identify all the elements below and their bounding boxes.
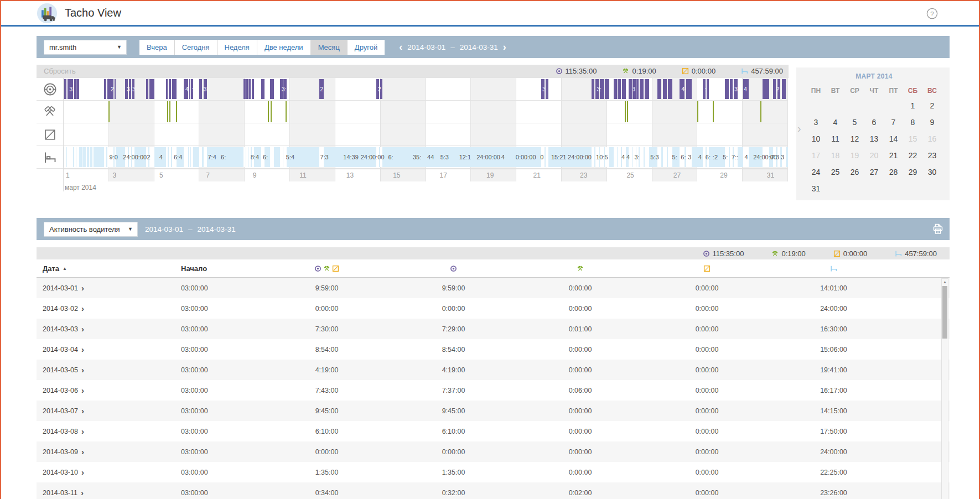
stat-availability-value: 0:00:00 [692, 67, 715, 75]
scroll-up-icon[interactable]: ▲ [942, 279, 948, 285]
table-row[interactable]: 2014-03-11›03:00:000:34:000:32:000:02:00… [37, 482, 950, 499]
scrollbar-thumb[interactable] [942, 286, 947, 339]
rest-timeline-row[interactable]: 9:024:00:00246:47:46:8:46:5:47:314:3924:… [64, 146, 788, 169]
calendar-day[interactable]: 3 [806, 114, 826, 131]
rest-gap [92, 147, 94, 167]
driver-select[interactable]: mr.smith ▼ [44, 40, 127, 55]
calendar-day[interactable]: 2 [922, 97, 942, 114]
column-header-date[interactable]: Дата ▲ [37, 264, 174, 273]
column-header-start[interactable]: Начало [174, 264, 263, 273]
rest-duration-label: 5: [723, 154, 728, 160]
calendar-day[interactable]: 9 [922, 114, 942, 131]
calendar-day[interactable]: 25 [826, 164, 845, 180]
calendar-day[interactable]: 6 [864, 114, 884, 131]
table-row[interactable]: 2014-03-08›03:00:006:10:006:10:000:00:00… [37, 421, 950, 441]
period-button-5[interactable]: Другой [348, 40, 385, 55]
expand-row-icon[interactable]: › [81, 488, 84, 497]
column-header-driving-icon[interactable] [390, 265, 517, 272]
calendar-day[interactable]: 31 [806, 180, 826, 197]
calendar-day[interactable]: 24 [806, 164, 826, 180]
driver-select-value: mr.smith [49, 43, 76, 51]
expand-row-icon[interactable]: › [81, 345, 84, 354]
calendar-day[interactable]: 16 [922, 131, 942, 147]
column-header-rest-icon[interactable] [770, 265, 897, 272]
driving-timeline-row[interactable]: 32334:33:2233:34:342 [64, 78, 788, 101]
calendar-day[interactable]: 18 [826, 147, 845, 164]
work-line [286, 101, 287, 122]
column-header-availability-icon[interactable] [644, 265, 770, 272]
driving-bar [270, 79, 274, 99]
expand-row-icon[interactable]: › [81, 448, 84, 456]
calendar-day[interactable]: 28 [884, 164, 903, 180]
expand-row-icon[interactable]: › [81, 284, 84, 292]
calendar-day[interactable]: 14 [884, 131, 903, 147]
expand-row-icon[interactable]: › [81, 427, 84, 435]
expand-row-icon[interactable]: › [81, 468, 84, 476]
table-row[interactable]: 2014-03-03›03:00:007:30:007:29:000:01:00… [37, 319, 950, 339]
period-button-1[interactable]: Сегодня [175, 40, 217, 55]
calendar-day[interactable]: 8 [903, 114, 922, 131]
cell-date: 2014-03-07› [37, 407, 174, 415]
calendar-day[interactable]: 21 [884, 147, 903, 164]
calendar-day[interactable]: 22 [903, 147, 922, 164]
table-row[interactable]: 2014-03-09›03:00:000:00:000:00:000:00:00… [37, 441, 950, 462]
expand-row-icon[interactable]: › [81, 407, 84, 415]
help-icon[interactable]: ? [926, 7, 938, 20]
expand-row-icon[interactable]: › [81, 304, 84, 313]
calendar-day[interactable]: 23 [922, 147, 942, 164]
calendar-expand-icon[interactable]: › [797, 123, 801, 134]
calendar-day[interactable]: 12 [845, 131, 864, 147]
period-button-2[interactable]: Неделя [217, 40, 257, 55]
calendar-empty-cell [845, 97, 864, 114]
calendar-day[interactable]: 27 [864, 164, 884, 180]
calendar-day[interactable]: 10 [806, 131, 826, 147]
table-row[interactable]: 2014-03-05›03:00:004:19:004:19:000:00:00… [37, 360, 950, 380]
cell-availability: 0:00:00 [644, 305, 770, 313]
cell-date: 2014-03-11› [37, 488, 174, 497]
table-row[interactable]: 2014-03-02›03:00:000:00:000:00:000:00:00… [37, 298, 950, 319]
table-scrollbar[interactable]: ▲ ▼ [941, 278, 948, 499]
cell-total: 9:59:00 [263, 284, 390, 292]
work-timeline-row[interactable] [64, 101, 788, 123]
calendar-day[interactable]: 11 [826, 131, 845, 147]
driving-bar [618, 79, 620, 99]
bed-icon [43, 150, 58, 165]
rest-duration-label: 0:00:00 [516, 154, 536, 160]
next-range-icon[interactable]: › [503, 42, 506, 52]
calendar-day[interactable]: 13 [864, 131, 884, 147]
cell-total: 7:43:00 [263, 387, 390, 394]
column-header-work-icon[interactable] [517, 265, 644, 272]
expand-row-icon[interactable]: › [81, 325, 84, 333]
calendar-day[interactable]: 30 [922, 164, 942, 180]
calendar-day[interactable]: 4 [826, 114, 845, 131]
table-row[interactable]: 2014-03-06›03:00:007:43:007:37:000:06:00… [37, 380, 950, 401]
calendar-day[interactable]: 17 [806, 147, 826, 164]
table-row[interactable]: 2014-03-07›03:00:009:45:009:45:000:00:00… [37, 401, 950, 421]
availability-timeline-row[interactable] [64, 123, 788, 146]
table-row[interactable]: 2014-03-10›03:00:001:35:001:35:000:00:00… [37, 462, 950, 482]
calendar-day[interactable]: 5 [845, 114, 864, 131]
column-header-total-icons[interactable] [263, 265, 390, 272]
table-row[interactable]: 2014-03-04›03:00:008:54:008:54:000:00:00… [37, 339, 950, 360]
calendar-day[interactable]: 19 [845, 147, 864, 164]
cell-availability: 0:00:00 [644, 325, 770, 333]
report-type-select[interactable]: Активность водителя ▼ [44, 222, 138, 237]
expand-row-icon[interactable]: › [81, 386, 84, 394]
period-button-0[interactable]: Вчера [139, 40, 175, 55]
table-row[interactable]: 2014-03-01›03:00:009:59:009:59:000:00:00… [37, 278, 950, 298]
calendar-day[interactable]: 26 [845, 164, 864, 180]
expand-row-icon[interactable]: › [81, 366, 84, 374]
driving-bar-label: 4 [185, 86, 189, 92]
calendar-day[interactable]: 7 [884, 114, 903, 131]
calendar-day[interactable]: 15 [903, 131, 922, 147]
calendar-day[interactable]: 29 [903, 164, 922, 180]
driving-bar [622, 79, 626, 99]
reset-zoom-link[interactable]: Сбросить [37, 67, 76, 75]
print-button[interactable] [930, 221, 946, 237]
calendar-day[interactable]: 1 [903, 97, 922, 114]
calendar-day[interactable]: 20 [864, 147, 884, 164]
period-button-3[interactable]: Две недели [257, 40, 311, 55]
rest-duration-label: 7:4 [208, 154, 216, 160]
prev-range-icon[interactable]: ‹ [399, 42, 402, 52]
period-button-4[interactable]: Месяц [311, 40, 348, 55]
